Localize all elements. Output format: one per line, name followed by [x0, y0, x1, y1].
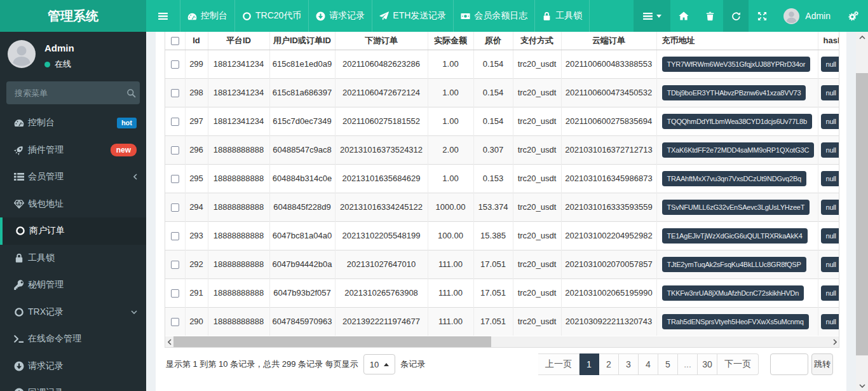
- sidebar-menu-item[interactable]: 插件管理 new: [0, 137, 146, 164]
- sidebar-toggle-button[interactable]: [146, 0, 180, 32]
- row-checkbox[interactable]: [171, 203, 179, 212]
- sidebar-item-icon: [13, 388, 24, 391]
- orders-panel: Id 平台ID 用户ID或订单ID 下游订单 实际金额 原价 支付方式 云端订单…: [156, 32, 846, 391]
- page-button[interactable]: ...: [678, 353, 698, 375]
- cell-id: 292: [185, 250, 208, 278]
- page-button[interactable]: 上一页: [538, 353, 580, 375]
- cell-hash: null: [818, 164, 839, 193]
- row-checkbox[interactable]: [171, 318, 179, 326]
- main-content: Id 平台ID 用户ID或订单ID 下游订单 实际金额 原价 支付方式 云端订单…: [146, 32, 856, 391]
- horizontal-scrollbar-thumb[interactable]: [173, 336, 491, 347]
- vertical-scrollbar-thumb[interactable]: [856, 73, 868, 355]
- sidebar-item-icon: [13, 307, 24, 317]
- jump-page-input[interactable]: [770, 353, 808, 375]
- jump-button[interactable]: 跳转: [811, 353, 833, 375]
- pagination-info-prefix: 显示第 1 到第 10 条记录，总共 299 条记录 每页显示: [166, 359, 358, 370]
- sidebar-menu-item[interactable]: TRX记录: [0, 299, 146, 326]
- hash-pill[interactable]: null: [821, 285, 839, 301]
- cell-downstream-order: 20211060472672124: [335, 78, 428, 107]
- row-checkbox[interactable]: [171, 60, 179, 69]
- row-checkbox[interactable]: [171, 175, 179, 183]
- pagination-info-suffix: 条记录: [400, 359, 425, 370]
- sidebar-menu-item[interactable]: 工具锁: [0, 245, 146, 272]
- user-menu[interactable]: Admin: [775, 0, 839, 32]
- sidebar-menu-item[interactable]: 秘钥管理: [0, 271, 146, 299]
- page-button[interactable]: 1: [580, 353, 599, 375]
- home-button[interactable]: [670, 0, 696, 32]
- top-menu-item[interactable]: TRC20代币: [235, 0, 309, 32]
- top-menu-item[interactable]: ETH发送记录: [372, 0, 454, 32]
- scroll-up-arrow-icon[interactable]: [856, 32, 868, 43]
- sidebar-item-label: TRX记录: [28, 306, 64, 318]
- top-menu-item-label: ETH发送记录: [393, 10, 446, 22]
- scroll-left-arrow-icon[interactable]: [165, 336, 173, 347]
- hash-pill[interactable]: null: [821, 142, 839, 158]
- settings-button[interactable]: [839, 0, 868, 32]
- deposit-address-pill[interactable]: TXaK6KtdFF2e72MDD4saMM9oRP1QXotG3C: [662, 142, 815, 158]
- deposit-address-pill[interactable]: TYR7WfRWm6WeV351GfqjxUJ88YPRrD34or: [662, 57, 811, 72]
- deposit-address-pill[interactable]: TDbj9boER3YTHAbvzPBznw6v41xza8VV73: [662, 85, 806, 100]
- row-checkbox[interactable]: [171, 232, 179, 240]
- hash-pill[interactable]: null: [821, 171, 839, 186]
- row-checkbox[interactable]: [171, 289, 179, 298]
- cell-hash: null: [818, 278, 839, 307]
- grid-menu-dropdown[interactable]: [634, 0, 670, 32]
- hash-pill[interactable]: null: [821, 314, 839, 329]
- deposit-address-pill[interactable]: TSvNFUMLL6zG32vEnSAevc3LgUsLYHzeeT: [662, 200, 810, 215]
- deposit-address-pill[interactable]: TKKFw3nrUA8jXMuAfzhDcnC72skikhHVDn: [662, 285, 804, 301]
- sidebar-menu-item[interactable]: 商户订单: [0, 217, 146, 245]
- page-button[interactable]: 2: [599, 353, 619, 375]
- sidebar-menu-item[interactable]: 钱包地址: [0, 191, 146, 218]
- sidebar-item-label: 控制台: [28, 117, 55, 128]
- table-body: 299 18812341234 615c81e1ed0a9 2021106048…: [165, 50, 839, 336]
- sidebar-menu-item[interactable]: 回调记录: [0, 380, 146, 391]
- menu-search-input[interactable]: [15, 88, 126, 98]
- vertical-scrollbar[interactable]: [856, 32, 868, 391]
- fullscreen-button[interactable]: [749, 0, 775, 32]
- column-header-actual-amount: 实际金额: [428, 32, 473, 50]
- cell-pay-method: trc20_usdt: [513, 278, 561, 307]
- page-button[interactable]: 5: [658, 353, 678, 375]
- search-icon[interactable]: [126, 88, 136, 98]
- hash-pill[interactable]: null: [821, 257, 839, 272]
- select-all-checkbox[interactable]: [171, 37, 179, 45]
- row-checkbox[interactable]: [171, 146, 179, 154]
- deposit-address-pill[interactable]: TE1AgEJivTjWzXdGicG6uQULTRXRkaAkK4: [662, 228, 808, 244]
- top-menu-item[interactable]: 控制台: [180, 0, 235, 32]
- hash-pill[interactable]: null: [821, 228, 839, 244]
- cell-original-price: 17.051: [473, 250, 513, 278]
- deposit-address-pill[interactable]: TJtE2ymTuqAk2sFsqKu4BkLLUc8GR8fQSP: [662, 257, 806, 272]
- page-button[interactable]: 30: [698, 353, 717, 375]
- row-checkbox[interactable]: [171, 89, 179, 97]
- deposit-address-pill[interactable]: TRah5dENSprsVtyeh5HeoFVXwXs5uMcnmq: [662, 314, 809, 329]
- sidebar-menu-item[interactable]: 控制台 hot: [0, 109, 146, 137]
- page-size-dropdown[interactable]: 10: [363, 354, 395, 374]
- refresh-button[interactable]: [723, 0, 749, 32]
- deposit-address-pill[interactable]: TRAAhftMxX7vu3qn7VxsDCzUt9NDGvq2Bq: [662, 171, 806, 186]
- horizontal-scrollbar[interactable]: [165, 336, 839, 347]
- row-checkbox[interactable]: [171, 118, 179, 126]
- cell-downstream-order: 20213922211974677: [335, 307, 428, 336]
- page-button[interactable]: 下一页: [717, 353, 759, 375]
- hash-pill[interactable]: null: [821, 57, 839, 72]
- scroll-down-arrow-icon[interactable]: [856, 380, 868, 391]
- page-button[interactable]: 4: [639, 353, 658, 375]
- trash-button[interactable]: [696, 0, 723, 32]
- cell-platform-id: 18888888888: [208, 135, 269, 164]
- top-menu-item[interactable]: 会员余额日志: [454, 0, 535, 32]
- top-menu-item[interactable]: 工具锁: [535, 0, 590, 32]
- page-button[interactable]: 3: [619, 353, 639, 375]
- deposit-address-pill[interactable]: TQQQhmDdYfLbmWea38CYD1dcjs6Uv77L8b: [662, 114, 812, 129]
- sidebar-menu-item[interactable]: 请求记录: [0, 353, 146, 380]
- top-navbar: 控制台 TRC20代币 请求记录 ETH发送记录: [146, 0, 868, 32]
- hash-pill[interactable]: null: [821, 114, 839, 129]
- hash-pill[interactable]: null: [821, 85, 839, 100]
- hash-pill[interactable]: null: [821, 200, 839, 215]
- row-checkbox[interactable]: [171, 261, 179, 269]
- top-menu-item[interactable]: 请求记录: [309, 0, 372, 32]
- scroll-right-arrow-icon[interactable]: [831, 336, 839, 347]
- sidebar-menu-item[interactable]: 会员管理: [0, 163, 146, 191]
- top-menu-item-label: 工具锁: [555, 10, 582, 22]
- cell-actual-amount: 1.00: [428, 78, 473, 107]
- sidebar-menu-item[interactable]: 在线命令管理: [0, 326, 146, 353]
